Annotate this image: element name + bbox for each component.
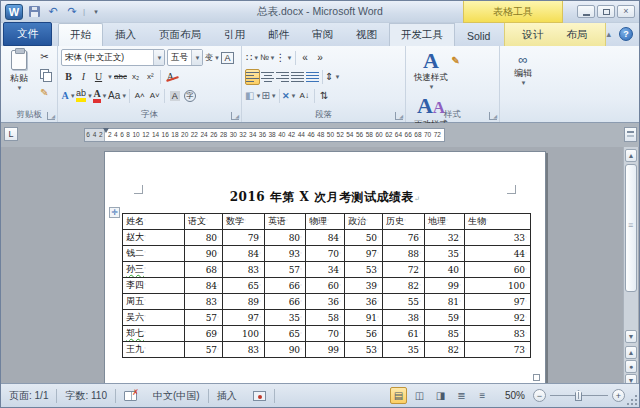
collapse-ribbon-icon[interactable]: ▴ [606,29,611,39]
score-cell[interactable]: 85 [425,326,465,342]
grow-font-button[interactable]: A˄ [132,88,147,104]
underline-button[interactable]: U [91,69,106,85]
qat-customize-button[interactable]: ▾ [88,4,104,20]
score-cell[interactable]: 33 [465,230,531,246]
score-cell[interactable]: 84 [306,230,345,246]
table-header-cell[interactable]: 政治 [345,214,383,230]
close-button[interactable]: × [617,5,635,18]
score-cell[interactable]: 57 [185,342,223,358]
page-indicator[interactable]: 页面: 1/1 [1,388,56,404]
borders-button[interactable]: ⊞▼ [261,88,276,104]
score-cell[interactable]: 81 [425,294,465,310]
document-title[interactable]: 2016 年第 X 次月考测试成绩表 [105,189,545,206]
align-center-button[interactable] [260,69,275,85]
restore-button[interactable] [597,5,615,18]
scrollbar-thumb[interactable] [625,164,637,292]
italic-button[interactable]: I [76,69,91,85]
tab-review[interactable]: 审阅 [301,24,344,46]
table-header-cell[interactable]: 数学 [223,214,265,230]
format-painter-button[interactable]: ✎ [37,85,52,100]
score-cell[interactable]: 90 [265,342,306,358]
bullets-button[interactable]: ∷▼ [245,50,260,66]
score-cell[interactable]: 53 [345,262,383,278]
font-size-dropdown[interactable]: ▼ [191,50,202,65]
character-border-button[interactable]: A [220,50,235,66]
zoom-in-button[interactable]: + [612,389,625,402]
score-cell[interactable]: 40 [425,262,465,278]
table-header-cell[interactable]: 姓名 [123,214,185,230]
table-header-cell[interactable]: 物理 [306,214,345,230]
score-cell[interactable]: 70 [306,246,345,262]
score-cell[interactable]: 89 [223,294,265,310]
tab-home[interactable]: 开始 [58,23,103,46]
justify-button[interactable] [290,69,305,85]
score-cell[interactable]: 66 [265,278,306,294]
score-cell[interactable]: 76 [383,230,425,246]
score-cell[interactable]: 69 [185,326,223,342]
score-cell[interactable]: 55 [383,294,425,310]
character-shading-button[interactable]: A [167,88,182,104]
score-cell[interactable]: 66 [265,294,306,310]
score-cell[interactable]: 82 [383,278,425,294]
score-cell[interactable]: 80 [265,230,306,246]
horizontal-ruler[interactable]: 642 246810121416182022242628303234363840… [84,128,445,142]
insert-mode-indicator[interactable]: 插入 [209,388,245,404]
sort-button[interactable]: A↓ [297,88,312,104]
next-page-button[interactable]: ▼ [625,374,637,383]
table-header-cell[interactable]: 语文 [185,214,223,230]
paragraph-dialog-launcher[interactable] [395,112,403,120]
phonetic-guide-button[interactable]: 变▼ [205,50,220,66]
resize-grip[interactable] [626,394,638,406]
font-size-combo[interactable]: 五号 ▼ [167,49,203,66]
save-button[interactable] [26,4,42,20]
score-cell[interactable]: 57 [185,310,223,326]
score-cell[interactable]: 60 [306,278,345,294]
font-color-button[interactable]: A▼ [93,88,108,104]
tab-view[interactable]: 视图 [345,24,388,46]
font-name-dropdown[interactable]: ▼ [153,50,164,65]
student-name-cell[interactable]: 孙三 [123,262,185,278]
score-cell[interactable]: 72 [383,262,425,278]
indent-marker[interactable] [103,128,109,133]
select-browse-object-button[interactable]: ● [625,360,637,373]
asian-layout-button[interactable]: ✕▼ [282,88,297,104]
strikethrough-button[interactable]: abc [113,69,128,85]
tab-solid[interactable]: Solid [456,26,501,46]
language-indicator[interactable]: 中文(中国) [145,388,208,404]
score-cell[interactable]: 91 [345,310,383,326]
print-layout-view-button[interactable]: ▤ [390,387,407,404]
table-header-cell[interactable]: 历史 [383,214,425,230]
student-name-cell[interactable]: 郑七 [123,326,185,342]
scroll-up-button[interactable]: ▲ [625,149,637,162]
help-icon[interactable]: ? [619,27,633,41]
score-cell[interactable]: 58 [306,310,345,326]
zoom-level[interactable]: 50% [505,390,525,401]
score-cell[interactable]: 79 [223,230,265,246]
score-cell[interactable]: 84 [185,278,223,294]
change-case-button[interactable]: Aa▼ [108,88,127,104]
table-resize-handle[interactable] [533,374,540,381]
clipboard-dialog-launcher[interactable] [47,112,55,120]
quick-styles-button[interactable]: A✎ 快速样式 ▼ [409,48,453,90]
editing-button[interactable]: 编辑 [503,67,543,80]
word-logo-icon[interactable]: W [5,4,23,20]
score-cell[interactable]: 61 [383,326,425,342]
score-cell[interactable]: 32 [425,230,465,246]
score-cell[interactable]: 44 [465,246,531,262]
tab-design[interactable]: 设计 [511,24,554,46]
score-cell[interactable]: 70 [306,326,345,342]
tab-layout[interactable]: 布局 [555,24,598,46]
score-cell[interactable]: 83 [185,294,223,310]
score-cell[interactable]: 53 [345,342,383,358]
score-cell[interactable]: 35 [383,342,425,358]
increase-indent-button[interactable]: » [313,50,328,66]
word-count[interactable]: 字数: 110 [57,388,115,404]
student-name-cell[interactable]: 赵大 [123,230,185,246]
score-cell[interactable]: 84 [223,246,265,262]
student-name-cell[interactable]: 周五 [123,294,185,310]
zoom-out-button[interactable]: − [533,389,546,402]
score-cell[interactable]: 90 [185,246,223,262]
score-cell[interactable]: 57 [265,262,306,278]
table-move-handle[interactable]: ✛ [109,207,120,218]
tab-mailings[interactable]: 邮件 [257,24,300,46]
